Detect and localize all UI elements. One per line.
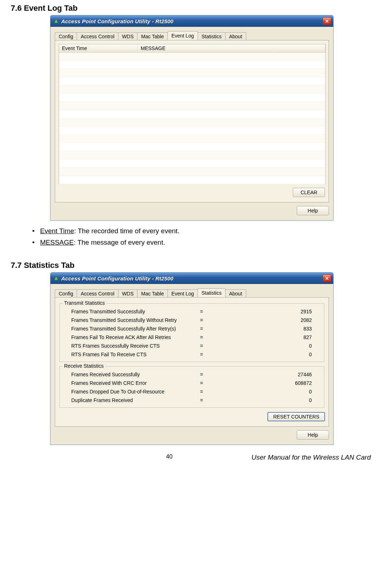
tab-panel-statistics: Transmit Statistics Frames Transmitted S…	[55, 297, 329, 427]
column-header-message[interactable]: MESSAGE	[138, 45, 325, 52]
help-button[interactable]: Help	[297, 206, 329, 215]
list-row	[59, 160, 325, 168]
page-footer: 40 User Manual for the Wireless LAN Card	[12, 454, 371, 461]
bullet-term: MESSAGE	[40, 239, 74, 246]
stat-row: Frames Transmitted Successfully Without …	[65, 316, 319, 324]
svg-marker-0	[54, 19, 58, 23]
titlebar: Access Point Configuration Utility - Rt2…	[50, 15, 333, 27]
stat-value: 0	[250, 352, 319, 357]
event-log-listview[interactable]: Event Time MESSAGE	[59, 44, 326, 184]
listview-header-row: Event Time MESSAGE	[59, 44, 325, 53]
list-row	[59, 127, 325, 135]
stat-row: Frames Received Successfully = 27446	[65, 370, 319, 379]
bullet-event-time: Event Time: The recorded time of every e…	[32, 227, 372, 235]
groupbox-receive: Receive Statistics Frames Received Succe…	[59, 366, 324, 408]
stat-label: Frames Transmitted Successfully After Re…	[65, 326, 200, 332]
svg-marker-1	[54, 276, 58, 280]
stat-value: 827	[250, 334, 319, 340]
stat-row: Frames Received With CRC Error = 608872	[65, 379, 319, 387]
stat-row: RTS Frames Successfully Receive CTS = 0	[65, 342, 319, 350]
list-row	[59, 77, 325, 85]
clear-button[interactable]: CLEAR	[293, 188, 325, 197]
groupbox-title-receive: Receive Statistics	[63, 363, 105, 369]
stat-row: Frames Transmitted Successfully After Re…	[65, 324, 319, 333]
stat-label: RTS Frames Successfully Receive CTS	[65, 343, 200, 349]
bullet-desc: : The message of every event.	[74, 239, 165, 246]
stat-row: Frames Fail To Receive ACK After All Ret…	[65, 333, 319, 342]
bullet-desc: : The recorded time of every event.	[74, 227, 179, 235]
list-row	[59, 53, 325, 61]
window-event-log: Access Point Configuration Utility - Rt2…	[50, 15, 334, 221]
stat-eq: =	[200, 389, 250, 395]
footer-text: User Manual for the Wireless LAN Card	[173, 454, 371, 461]
list-row	[59, 61, 325, 69]
titlebar: Access Point Configuration Utility - Rt2…	[50, 273, 333, 284]
listview-body	[59, 53, 325, 184]
list-row	[59, 69, 325, 77]
stat-eq: =	[200, 317, 250, 323]
tab-row: Config Access Control WDS Mac Table Even…	[55, 288, 329, 297]
list-row	[59, 118, 325, 127]
window-client-area: Config Access Control WDS Mac Table Even…	[50, 27, 333, 220]
tab-access-control[interactable]: Access Control	[77, 32, 118, 40]
tab-about[interactable]: About	[225, 289, 246, 298]
groupbox-title-transmit: Transmit Statistics	[63, 300, 106, 306]
stat-label: Frames Dropped Due To Out-of-Resource	[65, 389, 200, 395]
window-statistics: Access Point Configuration Utility - Rt2…	[50, 272, 334, 445]
stat-value: 2915	[250, 309, 319, 314]
stat-row: RTS Frames Fail To Receive CTS = 0	[65, 350, 319, 359]
list-row	[59, 85, 325, 94]
tab-mac-table[interactable]: Mac Table	[137, 289, 168, 298]
stat-eq: =	[200, 372, 250, 377]
reset-counters-button[interactable]: RESET COUNTERS	[267, 412, 325, 421]
tab-config[interactable]: Config	[55, 32, 77, 40]
close-icon: ✕	[325, 19, 329, 24]
stat-value: 0	[250, 397, 319, 403]
app-icon	[53, 275, 59, 281]
tab-mac-table[interactable]: Mac Table	[137, 32, 168, 40]
stat-value: 0	[250, 389, 319, 395]
stat-value: 608872	[250, 380, 319, 386]
stat-label: Frames Received With CRC Error	[65, 380, 200, 386]
tab-wds[interactable]: WDS	[118, 32, 138, 40]
stat-eq: =	[200, 352, 250, 357]
help-button[interactable]: Help	[297, 430, 329, 440]
close-button[interactable]: ✕	[323, 17, 331, 25]
tab-about[interactable]: About	[225, 32, 246, 40]
tab-wds[interactable]: WDS	[118, 289, 138, 298]
list-row	[59, 143, 325, 151]
bullet-message: MESSAGE: The message of every event.	[32, 239, 372, 246]
tab-event-log[interactable]: Event Log	[168, 289, 198, 298]
stat-row: Frames Transmitted Successfully = 2915	[65, 307, 319, 316]
list-row	[59, 110, 325, 118]
stat-row: Duplicate Frames Received = 0	[65, 396, 319, 405]
list-row	[59, 135, 325, 143]
stat-label: Frames Received Successfully	[65, 372, 200, 377]
stat-value: 2082	[250, 317, 319, 323]
tab-panel-event-log: Event Time MESSAGE	[55, 40, 329, 202]
close-button[interactable]: ✕	[323, 274, 331, 282]
list-row	[59, 176, 325, 184]
stat-value: 833	[250, 326, 319, 332]
stat-row: Frames Dropped Due To Out-of-Resource = …	[65, 387, 319, 396]
tab-statistics[interactable]: Statistics	[198, 32, 226, 40]
window-client-area: Config Access Control WDS Mac Table Even…	[50, 284, 333, 445]
stat-label: Duplicate Frames Received	[65, 397, 200, 403]
tab-config[interactable]: Config	[55, 289, 77, 298]
stat-label: Frames Fail To Receive ACK After All Ret…	[65, 334, 200, 340]
stat-eq: =	[200, 334, 250, 340]
list-row	[59, 168, 325, 176]
stat-label: RTS Frames Fail To Receive CTS	[65, 352, 200, 357]
stat-eq: =	[200, 326, 250, 332]
stat-label: Frames Transmitted Successfully Without …	[65, 317, 200, 323]
stat-eq: =	[200, 343, 250, 349]
tab-row: Config Access Control WDS Mac Table Even…	[55, 31, 329, 40]
page-number: 40	[166, 454, 173, 461]
app-icon	[53, 18, 59, 24]
tab-event-log[interactable]: Event Log	[168, 31, 198, 40]
list-row	[59, 151, 325, 160]
tab-statistics[interactable]: Statistics	[198, 288, 226, 297]
column-header-event-time[interactable]: Event Time	[59, 45, 138, 52]
tab-access-control[interactable]: Access Control	[77, 289, 118, 298]
list-row	[59, 102, 325, 110]
